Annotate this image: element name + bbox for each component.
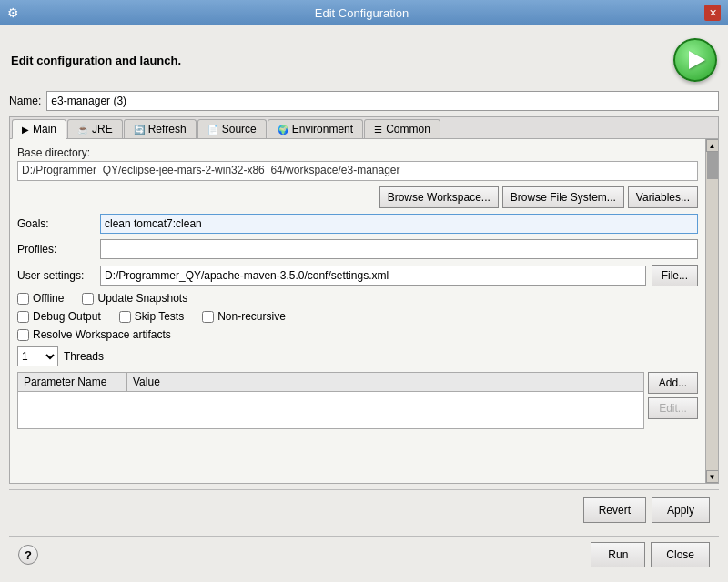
refresh-tab-icon: 🔄 [134, 125, 145, 135]
close-dialog-button[interactable]: Close [651, 542, 710, 567]
resolve-workspace-label: Resolve Workspace artifacts [33, 328, 171, 341]
params-table: Parameter Name Value [17, 372, 644, 429]
checkbox-row-3: Resolve Workspace artifacts [17, 328, 698, 341]
close-button[interactable]: ✕ [704, 5, 721, 21]
add-button[interactable]: Add... [648, 372, 698, 394]
run-button[interactable]: Run [591, 542, 645, 567]
main-panel: ▶ Main ☕ JRE 🔄 Refresh 📄 Source 🌍 E [9, 116, 719, 484]
skip-tests-label: Skip Tests [135, 310, 184, 323]
update-snapshots-input[interactable] [82, 293, 94, 305]
offline-checkbox[interactable]: Offline [17, 292, 64, 305]
tab-main[interactable]: ▶ Main [12, 119, 66, 139]
base-directory-label: Base directory: [17, 146, 698, 159]
edit-button[interactable]: Edit... [648, 397, 698, 419]
main-tab-content: Base directory: D:/Programmer_QY/eclipse… [10, 139, 705, 436]
threads-label: Threads [64, 350, 104, 363]
offline-input[interactable] [17, 293, 29, 305]
source-tab-icon: 📄 [207, 125, 218, 135]
tab-common-label: Common [386, 123, 430, 135]
non-recursive-label: Non-recursive [217, 310, 286, 323]
common-tab-icon: ☰ [374, 125, 382, 135]
user-settings-input[interactable] [100, 266, 646, 286]
tab-source[interactable]: 📄 Source [197, 119, 267, 138]
col-value: Value [127, 373, 643, 391]
tabs-row: ▶ Main ☕ JRE 🔄 Refresh 📄 Source 🌍 E [10, 117, 718, 139]
header-row: Edit configuration and launch. [9, 35, 719, 85]
footer-right: Run Close [591, 542, 710, 567]
skip-tests-checkbox[interactable]: Skip Tests [119, 310, 184, 323]
checkbox-row-1: Offline Update Snapshots [17, 292, 698, 305]
non-recursive-input[interactable] [202, 311, 214, 323]
scroll-down-arrow[interactable]: ▼ [706, 470, 719, 483]
scroll-track [706, 152, 718, 470]
skip-tests-input[interactable] [119, 311, 131, 323]
help-button[interactable]: ? [18, 545, 38, 565]
revert-button[interactable]: Revert [583, 497, 646, 523]
footer-bar: ? Run Close [9, 536, 719, 573]
non-recursive-checkbox[interactable]: Non-recursive [202, 310, 286, 323]
debug-output-input[interactable] [17, 311, 29, 323]
params-table-header: Parameter Name Value [18, 373, 643, 392]
debug-output-checkbox[interactable]: Debug Output [17, 310, 101, 323]
resolve-workspace-checkbox[interactable]: Resolve Workspace artifacts [17, 328, 171, 341]
checkbox-row-2: Debug Output Skip Tests Non-recursive [17, 310, 698, 323]
browse-workspace-button[interactable]: Browse Workspace... [379, 186, 499, 208]
update-snapshots-label: Update Snapshots [97, 292, 187, 305]
scroll-up-arrow[interactable]: ▲ [706, 139, 719, 152]
tab-jre[interactable]: ☕ JRE [67, 119, 123, 138]
params-section: Parameter Name Value Add... Edit... [17, 372, 698, 429]
tab-refresh[interactable]: 🔄 Refresh [124, 119, 197, 138]
tab-content-area: Base directory: D:/Programmer_QY/eclipse… [10, 139, 705, 483]
user-settings-label: User settings: [17, 269, 95, 282]
col-parameter-name: Parameter Name [18, 373, 127, 391]
goals-label: Goals: [17, 217, 95, 230]
profiles-row: Profiles: [17, 239, 698, 259]
resolve-workspace-input[interactable] [17, 329, 29, 341]
tab-environment[interactable]: 🌍 Environment [268, 119, 363, 138]
threads-row: 1 2 4 Threads [17, 346, 698, 366]
params-table-body [18, 392, 643, 428]
apply-button[interactable]: Apply [652, 497, 710, 523]
bottom-bar: Revert Apply [9, 489, 719, 530]
update-snapshots-checkbox[interactable]: Update Snapshots [82, 292, 187, 305]
tab-common[interactable]: ☰ Common [364, 119, 440, 138]
tab-refresh-label: Refresh [148, 123, 187, 135]
user-settings-row: User settings: File... [17, 265, 698, 286]
threads-select[interactable]: 1 2 4 [17, 346, 58, 366]
env-tab-icon: 🌍 [278, 125, 288, 135]
tab-jre-label: JRE [92, 123, 113, 135]
jre-tab-icon: ☕ [77, 125, 88, 135]
params-side-buttons: Add... Edit... [648, 372, 698, 429]
tab-main-label: Main [33, 123, 56, 135]
title-bar-title: Edit Configuration [19, 6, 704, 20]
run-triangle-icon [689, 51, 705, 69]
base-directory-field: Base directory: D:/Programmer_QY/eclipse… [17, 146, 698, 181]
name-row: Name: [9, 91, 719, 111]
browse-buttons-row: Browse Workspace... Browse File System..… [17, 186, 698, 208]
profiles-label: Profiles: [17, 243, 95, 256]
title-bar: ⚙ Edit Configuration ✕ [0, 0, 728, 25]
vertical-scrollbar[interactable]: ▲ ▼ [705, 139, 718, 483]
goals-input[interactable] [100, 214, 698, 234]
run-quick-button[interactable] [673, 38, 717, 82]
main-tab-icon: ▶ [22, 125, 29, 135]
scroll-thumb[interactable] [707, 152, 718, 179]
header-text: Edit configuration and launch. [11, 54, 181, 67]
name-input[interactable] [46, 91, 719, 111]
browse-file-system-button[interactable]: Browse File System... [502, 186, 624, 208]
variables-button[interactable]: Variables... [628, 186, 698, 208]
name-label: Name: [9, 95, 41, 107]
file-button[interactable]: File... [652, 265, 698, 286]
debug-output-label: Debug Output [33, 310, 101, 323]
base-directory-value: D:/Programmer_QY/eclipse-jee-mars-2-win3… [17, 161, 698, 181]
tab-source-label: Source [222, 123, 257, 135]
profiles-input[interactable] [100, 239, 698, 259]
offline-label: Offline [33, 292, 64, 305]
tab-environment-label: Environment [292, 123, 353, 135]
goals-row: Goals: [17, 214, 698, 234]
title-bar-icon: ⚙ [7, 5, 19, 20]
